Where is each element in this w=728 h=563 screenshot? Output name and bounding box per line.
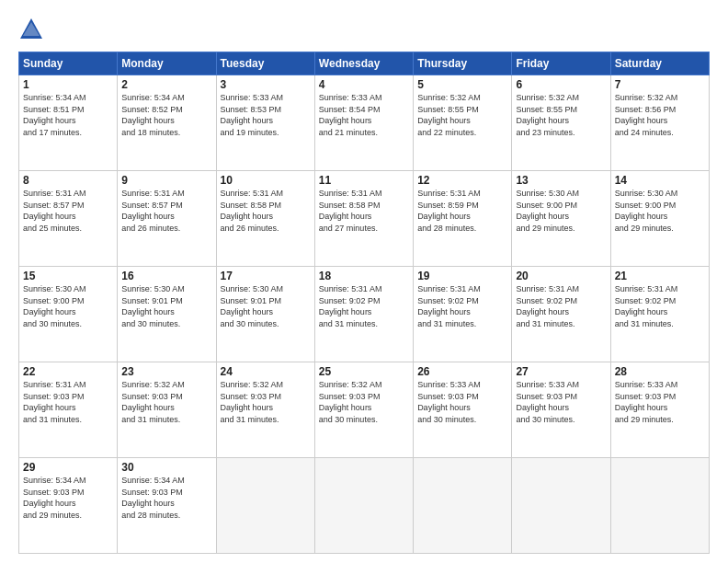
page: Sunday Monday Tuesday Wednesday Thursday…	[0, 0, 728, 563]
daylight-value: and 30 minutes.	[319, 415, 378, 424]
daylight-value: and 30 minutes.	[417, 415, 476, 424]
daylight-value: and 23 minutes.	[516, 128, 574, 137]
calendar-week-2: 8 Sunrise: 5:31 AM Sunset: 8:57 PM Dayli…	[19, 171, 710, 267]
sunrise-label: Sunrise: 5:34 AM	[121, 476, 185, 485]
sunset-label: Sunset: 9:03 PM	[417, 392, 479, 401]
table-row: 17 Sunrise: 5:30 AM Sunset: 9:01 PM Dayl…	[216, 267, 314, 362]
daylight-label: Daylight hours	[615, 116, 668, 125]
daylight-label: Daylight hours	[121, 499, 175, 508]
table-row: 28 Sunrise: 5:33 AM Sunset: 9:03 PM Dayl…	[610, 362, 709, 458]
sunrise-label: Sunrise: 5:33 AM	[417, 380, 481, 389]
table-row: 4 Sunrise: 5:33 AM Sunset: 8:54 PM Dayli…	[314, 75, 413, 171]
day-detail: Sunrise: 5:30 AM Sunset: 9:00 PM Dayligh…	[615, 188, 705, 234]
day-detail: Sunrise: 5:33 AM Sunset: 9:03 PM Dayligh…	[615, 379, 705, 425]
table-row: 23 Sunrise: 5:32 AM Sunset: 9:03 PM Dayl…	[118, 362, 216, 458]
sunset-label: Sunset: 8:59 PM	[417, 201, 479, 210]
daylight-value: and 21 minutes.	[319, 128, 378, 137]
table-row: 19 Sunrise: 5:31 AM Sunset: 9:02 PM Dayl…	[414, 267, 512, 362]
daylight-value: and 31 minutes.	[23, 415, 82, 424]
sunset-label: Sunset: 9:03 PM	[23, 488, 85, 497]
day-number: 22	[23, 365, 113, 378]
day-detail: Sunrise: 5:32 AM Sunset: 9:03 PM Dayligh…	[121, 379, 211, 425]
day-detail: Sunrise: 5:33 AM Sunset: 9:03 PM Dayligh…	[417, 379, 507, 425]
day-detail: Sunrise: 5:31 AM Sunset: 8:57 PM Dayligh…	[121, 188, 211, 234]
daylight-value: and 26 minutes.	[121, 224, 180, 233]
daylight-value: and 30 minutes.	[23, 319, 82, 328]
sunset-label: Sunset: 8:57 PM	[121, 201, 183, 210]
sunset-label: Sunset: 8:58 PM	[319, 201, 381, 210]
daylight-label: Daylight hours	[221, 307, 274, 316]
logo	[18, 17, 46, 42]
day-number: 5	[417, 78, 507, 91]
sunrise-label: Sunrise: 5:31 AM	[417, 284, 481, 293]
sunset-label: Sunset: 9:03 PM	[121, 392, 183, 401]
daylight-label: Daylight hours	[516, 116, 569, 125]
table-row: 25 Sunrise: 5:32 AM Sunset: 9:03 PM Dayl…	[314, 362, 413, 458]
daylight-value: and 24 minutes.	[615, 128, 674, 137]
sunrise-label: Sunrise: 5:34 AM	[121, 93, 185, 102]
sunrise-label: Sunrise: 5:33 AM	[319, 93, 382, 102]
daylight-value: and 31 minutes.	[121, 415, 180, 424]
daylight-value: and 30 minutes.	[221, 319, 279, 328]
day-number: 29	[23, 461, 113, 474]
sunset-label: Sunset: 9:03 PM	[221, 392, 282, 401]
calendar-week-3: 15 Sunrise: 5:30 AM Sunset: 9:00 PM Dayl…	[19, 267, 710, 362]
sunrise-label: Sunrise: 5:31 AM	[121, 189, 185, 198]
day-number: 25	[319, 365, 409, 378]
sunset-label: Sunset: 9:00 PM	[23, 296, 85, 305]
daylight-value: and 28 minutes.	[121, 511, 180, 520]
daylight-value: and 28 minutes.	[417, 224, 476, 233]
sunset-label: Sunset: 9:01 PM	[221, 296, 282, 305]
daylight-value: and 19 minutes.	[221, 128, 279, 137]
day-detail: Sunrise: 5:31 AM Sunset: 8:58 PM Dayligh…	[319, 188, 409, 234]
col-thursday: Thursday	[414, 52, 512, 75]
day-number: 20	[516, 270, 606, 282]
col-wednesday: Wednesday	[314, 52, 413, 75]
daylight-label: Daylight hours	[417, 116, 471, 125]
sunrise-label: Sunrise: 5:30 AM	[23, 284, 86, 293]
sunrise-label: Sunrise: 5:33 AM	[221, 93, 284, 102]
table-row: 18 Sunrise: 5:31 AM Sunset: 9:02 PM Dayl…	[314, 267, 413, 362]
daylight-value: and 22 minutes.	[417, 128, 476, 137]
sunset-label: Sunset: 9:02 PM	[319, 296, 381, 305]
table-row: 29 Sunrise: 5:34 AM Sunset: 9:03 PM Dayl…	[19, 458, 118, 554]
sunrise-label: Sunrise: 5:32 AM	[516, 93, 579, 102]
day-detail: Sunrise: 5:32 AM Sunset: 8:55 PM Dayligh…	[516, 92, 606, 138]
daylight-label: Daylight hours	[417, 403, 471, 412]
sunset-label: Sunset: 9:01 PM	[121, 296, 183, 305]
day-number: 7	[615, 78, 705, 91]
table-row	[216, 458, 314, 554]
table-row: 12 Sunrise: 5:31 AM Sunset: 8:59 PM Dayl…	[414, 171, 512, 267]
sunrise-label: Sunrise: 5:30 AM	[221, 284, 284, 293]
table-row: 1 Sunrise: 5:34 AM Sunset: 8:51 PM Dayli…	[19, 75, 118, 171]
col-saturday: Saturday	[610, 52, 709, 75]
daylight-value: and 25 minutes.	[23, 224, 82, 233]
table-row: 14 Sunrise: 5:30 AM Sunset: 9:00 PM Dayl…	[610, 171, 709, 267]
table-row	[414, 458, 512, 554]
day-detail: Sunrise: 5:32 AM Sunset: 8:55 PM Dayligh…	[417, 92, 507, 138]
day-number: 26	[417, 365, 507, 378]
day-detail: Sunrise: 5:30 AM Sunset: 9:00 PM Dayligh…	[23, 283, 113, 329]
table-row: 15 Sunrise: 5:30 AM Sunset: 9:00 PM Dayl…	[19, 267, 118, 362]
table-row: 27 Sunrise: 5:33 AM Sunset: 9:03 PM Dayl…	[512, 362, 610, 458]
day-detail: Sunrise: 5:34 AM Sunset: 8:51 PM Dayligh…	[23, 92, 113, 138]
table-row	[610, 458, 709, 554]
daylight-value: and 31 minutes.	[319, 319, 378, 328]
sunrise-label: Sunrise: 5:31 AM	[319, 189, 382, 198]
day-number: 18	[319, 270, 409, 282]
day-detail: Sunrise: 5:30 AM Sunset: 9:01 PM Dayligh…	[121, 283, 211, 329]
table-row: 5 Sunrise: 5:32 AM Sunset: 8:55 PM Dayli…	[414, 75, 512, 171]
daylight-label: Daylight hours	[319, 403, 372, 412]
table-row	[314, 458, 413, 554]
col-friday: Friday	[512, 52, 610, 75]
daylight-label: Daylight hours	[417, 307, 471, 316]
daylight-label: Daylight hours	[615, 403, 668, 412]
day-detail: Sunrise: 5:31 AM Sunset: 9:02 PM Dayligh…	[615, 283, 705, 329]
table-row: 6 Sunrise: 5:32 AM Sunset: 8:55 PM Dayli…	[512, 75, 610, 171]
day-detail: Sunrise: 5:31 AM Sunset: 9:02 PM Dayligh…	[319, 283, 409, 329]
day-number: 27	[516, 365, 606, 378]
day-detail: Sunrise: 5:31 AM Sunset: 9:02 PM Dayligh…	[417, 283, 507, 329]
sunset-label: Sunset: 8:55 PM	[417, 105, 479, 114]
sunset-label: Sunset: 9:02 PM	[417, 296, 479, 305]
day-detail: Sunrise: 5:32 AM Sunset: 9:03 PM Dayligh…	[221, 379, 311, 425]
